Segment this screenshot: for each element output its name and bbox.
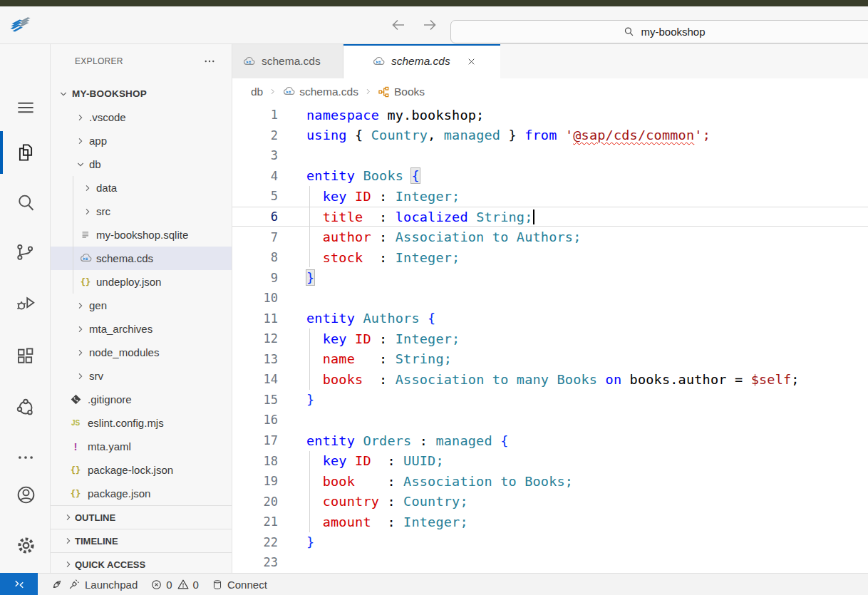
- tab-schema.cds-2[interactable]: schema.cds: [343, 44, 500, 78]
- code-line-9[interactable]: 9}: [232, 267, 868, 288]
- tree-item-eslint.config.mjs[interactable]: JSeslint.config.mjs: [51, 411, 232, 435]
- line-number[interactable]: 6: [232, 209, 278, 224]
- line-number[interactable]: 14: [232, 372, 278, 386]
- breadcrumb-label: Books: [394, 86, 425, 98]
- git-icon: [70, 393, 82, 405]
- code-line-5[interactable]: 5 key ID : Integer;: [232, 186, 868, 207]
- activity-menu[interactable]: [10, 92, 41, 123]
- tree-item-mta.yaml[interactable]: !mta.yaml: [51, 435, 232, 458]
- tree-item-.vscode[interactable]: .vscode: [51, 105, 232, 129]
- tree-item-schema.cds[interactable]: schema.cds: [51, 247, 232, 270]
- line-number[interactable]: 4: [232, 169, 278, 183]
- line-number[interactable]: 15: [232, 393, 278, 407]
- line-number[interactable]: 17: [232, 433, 278, 447]
- problems-button[interactable]: 0 0: [150, 578, 199, 591]
- line-number[interactable]: 10: [232, 291, 278, 305]
- code-line-14[interactable]: 14 books : Association to many Books on …: [232, 369, 868, 390]
- tree-item-my-bookshop.sqlite[interactable]: my-bookshop.sqlite: [51, 223, 232, 247]
- nav-back-button[interactable]: [389, 16, 408, 35]
- activity-files[interactable]: [10, 137, 41, 168]
- code-line-6[interactable]: 6 title : localized String;: [232, 207, 868, 227]
- line-number[interactable]: 11: [232, 311, 278, 326]
- activity-more[interactable]: [10, 442, 41, 473]
- tree-item-label: MY-BOOKSHOP: [72, 88, 147, 99]
- breadcrumb-Books[interactable]: Books: [378, 86, 425, 98]
- tree-item-app[interactable]: app: [51, 129, 232, 152]
- code-line-4[interactable]: 4entity Books {: [232, 166, 868, 187]
- explorer-more-icon[interactable]: [203, 55, 216, 68]
- tree-item-label: eslint.config.mjs: [88, 417, 164, 429]
- tree-item-data[interactable]: data: [51, 176, 232, 200]
- code-line-22[interactable]: 22}: [232, 532, 868, 552]
- launchpad-button[interactable]: Launchpad: [51, 578, 138, 591]
- tree-item-undeploy.json[interactable]: {}undeploy.json: [51, 270, 232, 294]
- code-line-12[interactable]: 12 key ID : Integer;: [232, 328, 868, 349]
- activity-extensions[interactable]: [10, 341, 41, 372]
- activity-account[interactable]: [10, 479, 41, 510]
- tree-item-package.json[interactable]: {}package.json: [51, 482, 232, 505]
- line-number[interactable]: 23: [232, 555, 278, 569]
- breadcrumb-db[interactable]: db: [251, 86, 263, 98]
- breadcrumb-schema.cds[interactable]: schema.cds: [282, 85, 358, 98]
- line-number[interactable]: 2: [232, 128, 278, 143]
- line-number[interactable]: 5: [232, 189, 278, 203]
- code-line-19[interactable]: 19 book : Association to Books;: [232, 471, 868, 492]
- nav-forward-button[interactable]: [420, 16, 439, 35]
- line-number[interactable]: 16: [232, 413, 278, 427]
- tree-item-src[interactable]: src: [51, 200, 232, 223]
- line-number[interactable]: 22: [232, 535, 278, 549]
- code-line-11[interactable]: 11entity Authors {: [232, 308, 868, 328]
- line-number[interactable]: 12: [232, 331, 278, 346]
- activity-search[interactable]: [10, 187, 41, 218]
- activity-settings[interactable]: [10, 529, 41, 561]
- line-number[interactable]: 8: [232, 250, 278, 264]
- code-line-1[interactable]: 1namespace my.bookshop;: [232, 105, 868, 125]
- code-line-13[interactable]: 13 name : String;: [232, 349, 868, 370]
- code-line-17[interactable]: 17entity Orders : managed {: [232, 430, 868, 451]
- line-number[interactable]: 19: [232, 474, 278, 488]
- section-outline[interactable]: OUTLINE: [51, 505, 232, 529]
- code-line-3[interactable]: 3: [232, 145, 868, 166]
- code-editor[interactable]: 1namespace my.bookshop;2using { Country,…: [232, 105, 868, 573]
- remote-indicator[interactable]: [0, 573, 38, 595]
- tab-label: schema.cds: [391, 55, 450, 68]
- code-line-15[interactable]: 15}: [232, 390, 868, 410]
- line-number[interactable]: 1: [232, 108, 278, 122]
- section-timeline[interactable]: TIMELINE: [51, 529, 232, 552]
- chevron-right-icon: [75, 347, 86, 358]
- code-line-21[interactable]: 21 amount : Integer;: [232, 512, 868, 532]
- code-line-20[interactable]: 20 country : Country;: [232, 491, 868, 512]
- indent-guide: [309, 186, 310, 267]
- code-line-18[interactable]: 18 key ID : UUID;: [232, 450, 868, 471]
- line-number[interactable]: 3: [232, 148, 278, 162]
- activity-connections[interactable]: [10, 392, 41, 423]
- line-number[interactable]: 20: [232, 495, 278, 509]
- tree-item-srv[interactable]: srv: [51, 364, 232, 388]
- tree-item-package-lock.json[interactable]: {}package-lock.json: [51, 458, 232, 482]
- code-line-2[interactable]: 2using { Country, managed } from '@sap/c…: [232, 125, 868, 146]
- line-number[interactable]: 7: [232, 230, 278, 244]
- code-line-10[interactable]: 10: [232, 288, 868, 309]
- tree-item-mta_archives[interactable]: mta_archives: [51, 317, 232, 341]
- activity-source-control[interactable]: [10, 237, 41, 268]
- connect-button[interactable]: Connect: [212, 579, 267, 591]
- code-line-7[interactable]: 7 author : Association to Authors;: [232, 227, 868, 247]
- activity-run-debug[interactable]: [10, 288, 41, 319]
- code-line-16[interactable]: 16: [232, 410, 868, 430]
- tree-item-MY-BOOKSHOP[interactable]: MY-BOOKSHOP: [51, 82, 232, 105]
- line-number[interactable]: 21: [232, 514, 278, 529]
- tree-item-gen[interactable]: gen: [51, 294, 232, 317]
- line-number[interactable]: 13: [232, 352, 278, 366]
- code-line-23[interactable]: 23: [232, 552, 868, 573]
- chevron-right-icon: [82, 206, 93, 217]
- tab-close-icon[interactable]: [466, 56, 477, 67]
- tree-item-db[interactable]: db: [51, 152, 232, 176]
- chevron-right-icon: [75, 300, 86, 311]
- tree-item-.gitignore[interactable]: .gitignore: [51, 388, 232, 411]
- command-center-search[interactable]: my-bookshop: [450, 20, 868, 43]
- tree-item-node_modules[interactable]: node_modules: [51, 341, 232, 364]
- line-number[interactable]: 18: [232, 454, 278, 468]
- tab-schema.cds-1[interactable]: schema.cds: [232, 44, 343, 78]
- line-number[interactable]: 9: [232, 271, 278, 285]
- code-line-8[interactable]: 8 stock : Integer;: [232, 247, 868, 268]
